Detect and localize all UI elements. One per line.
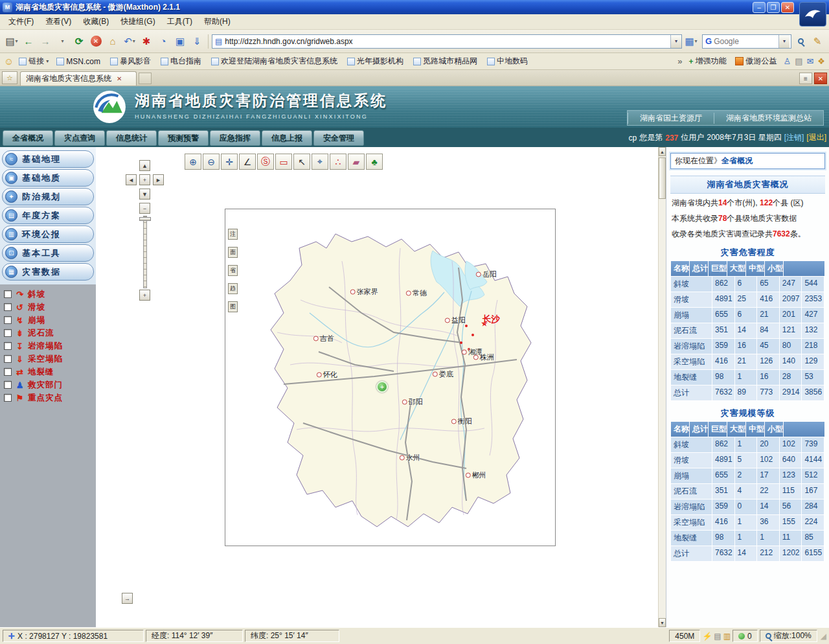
stop-button[interactable]: ✕: [88, 33, 104, 50]
zoom-out-step-button[interactable]: −: [139, 203, 150, 214]
zoom-in-icon[interactable]: ⊕: [185, 154, 201, 170]
tab-disaster-query[interactable]: 灾点查询: [54, 130, 105, 146]
rect-select-icon[interactable]: ▭: [275, 154, 292, 170]
logout-link[interactable]: [注销]: [784, 132, 804, 143]
pan-right-button[interactable]: ►: [153, 174, 164, 185]
new-page-button[interactable]: ▤▾: [4, 33, 19, 50]
map-image[interactable]: 张家界常德岳阳益阳长沙吉首湘潭株洲怀化娄底邵阳衡阳永州郴州 +: [238, 222, 543, 534]
pan-icon[interactable]: ✛: [221, 154, 238, 170]
sidebar-item-basic-tools[interactable]: ⊡ 基本工具: [2, 244, 94, 262]
layer-slope[interactable]: ↷ 斜坡: [0, 288, 96, 301]
menu-item[interactable]: 收藏(B): [77, 14, 115, 29]
exit-link[interactable]: [退出]: [806, 132, 826, 143]
sidebar-item-base-geography[interactable]: ≈ 基础地理: [2, 150, 94, 168]
links-overflow-icon[interactable]: »: [677, 56, 682, 66]
layer-checkbox[interactable]: [4, 394, 12, 402]
map-side-button-annotation[interactable]: 注: [228, 229, 238, 240]
header-link[interactable]: 湖南省国土资源厅: [628, 113, 714, 124]
zoom-out-icon[interactable]: ⊖: [203, 154, 220, 170]
layer-checkbox[interactable]: [4, 381, 12, 389]
sidebar-item-prevention-plan[interactable]: ✦ 防治规划: [2, 188, 94, 205]
scroll-down-arrow[interactable]: ▼: [659, 618, 666, 627]
printer-icon[interactable]: ▤: [714, 632, 721, 641]
tab-emergency-command[interactable]: 应急指挥: [210, 130, 260, 146]
home-button[interactable]: ⌂: [105, 33, 120, 50]
search-input[interactable]: [714, 37, 778, 46]
clear-selection-icon[interactable]: Ⓢ: [257, 154, 274, 170]
message-icon[interactable]: ✉: [806, 56, 813, 66]
tab-list-button[interactable]: ≡: [799, 73, 812, 84]
scrollbar-thumb[interactable]: [659, 157, 666, 199]
undo-button[interactable]: ↶▾: [122, 33, 137, 50]
layer-checkbox[interactable]: [4, 368, 12, 376]
map-canvas[interactable]: 张家界常德岳阳益阳长沙吉首湘潭株洲怀化娄底邵阳衡阳永州郴州 +: [225, 209, 556, 546]
tab-info-statistics[interactable]: 信息统计: [106, 130, 157, 146]
scroll-up-arrow[interactable]: ▲: [659, 147, 666, 156]
tab-forecast-warning[interactable]: 预测预警: [158, 130, 209, 146]
zoom-slider-handle[interactable]: [139, 217, 151, 221]
tab-active[interactable]: 湖南省地质灾害信息系统 ✕: [20, 71, 137, 86]
maxthon-charity-link[interactable]: 傲游公益: [732, 54, 779, 68]
identify-icon[interactable]: ⌖: [312, 154, 328, 170]
folder-icon[interactable]: ▥: [723, 632, 731, 641]
menu-item[interactable]: 文件(F): [3, 14, 40, 29]
map-side-button-polygon[interactable]: 面: [228, 247, 238, 258]
pan-down-button[interactable]: ▼: [139, 189, 150, 200]
pan-center-button[interactable]: +: [139, 174, 150, 185]
tab-security-management[interactable]: 安全管理: [313, 130, 364, 146]
menu-item[interactable]: 工具(T): [161, 14, 198, 29]
address-dropdown-button[interactable]: ▾: [670, 35, 681, 48]
layer-checkbox[interactable]: [4, 342, 12, 350]
layer-collapse[interactable]: ↯ 崩塌: [0, 314, 96, 327]
sidebar-item-env-bulletin[interactable]: ▥ 环境公报: [2, 225, 94, 243]
layer-checkbox[interactable]: [4, 316, 12, 324]
zoom-slider-track[interactable]: [143, 216, 147, 288]
layer-key-disaster-point[interactable]: ⚑ 重点灾点: [0, 391, 96, 404]
enhance-features-link[interactable]: +增强功能: [686, 54, 729, 68]
panel-icon[interactable]: ▤: [795, 56, 802, 66]
tab-province-overview[interactable]: 全省概况: [3, 130, 53, 146]
close-button[interactable]: ✕: [781, 2, 794, 13]
link-item[interactable]: 链接 ▾: [16, 54, 51, 68]
download-button[interactable]: ⇓: [189, 33, 205, 50]
minimize-button[interactable]: –: [753, 2, 766, 13]
close-tab-button[interactable]: ✕: [814, 73, 827, 84]
resize-grip[interactable]: ◢: [821, 632, 826, 641]
layer-checkbox[interactable]: [4, 329, 12, 337]
layer-ground-fissure[interactable]: ⇄ 地裂缝: [0, 365, 96, 378]
pointer-select-icon[interactable]: ↖: [293, 154, 310, 170]
layers-tree-icon[interactable]: ♣: [366, 154, 383, 170]
layer-debris-flow[interactable]: ⇟ 泥石流: [0, 327, 96, 339]
history-clock-button[interactable]: ◔: [155, 33, 171, 50]
person-icon[interactable]: ♙: [783, 56, 791, 66]
map-side-button-map[interactable]: 图: [228, 301, 238, 312]
search-engine-dropdown[interactable]: ▾: [778, 35, 789, 48]
menu-item[interactable]: 帮助(H): [198, 14, 236, 29]
back-button[interactable]: ←: [21, 33, 36, 50]
link-item[interactable]: 觅路城市精品网: [411, 54, 482, 68]
menu-item[interactable]: 查看(V): [40, 14, 77, 29]
locate-icon[interactable]: +: [376, 381, 388, 393]
layer-landslide[interactable]: ↺ 滑坡: [0, 301, 96, 314]
layer-checkbox[interactable]: [4, 303, 12, 311]
zoom-cell[interactable]: 缩放:100%: [760, 630, 817, 642]
eraser-icon[interactable]: ▰: [348, 154, 365, 170]
new-tab-button[interactable]: [139, 73, 152, 84]
link-item[interactable]: MSN.com: [54, 54, 105, 68]
layer-checkbox[interactable]: [4, 355, 12, 363]
tab-close-icon[interactable]: ✕: [117, 75, 122, 82]
pan-up-button[interactable]: ▲: [139, 160, 150, 171]
map-side-button-province[interactable]: 省: [228, 265, 238, 276]
measure-icon[interactable]: ∠: [239, 154, 256, 170]
header-link[interactable]: 湖南省地质环境监测总站: [714, 113, 823, 124]
link-item[interactable]: 暴风影音: [108, 54, 155, 68]
pan-left-button[interactable]: ◄: [126, 174, 137, 185]
history-dropdown-button[interactable]: ▾: [54, 33, 70, 50]
lightning-icon[interactable]: ⚡: [702, 632, 712, 641]
forward-button[interactable]: →: [38, 33, 53, 50]
draw-points-icon[interactable]: ∴: [330, 154, 346, 170]
ad-hunter-button[interactable]: ✱: [139, 33, 154, 50]
skin-icon[interactable]: ❖: [817, 56, 825, 66]
sidebar-item-annual-plan[interactable]: ▤ 年度方案: [2, 207, 94, 224]
restore-button[interactable]: ❐: [767, 2, 780, 13]
